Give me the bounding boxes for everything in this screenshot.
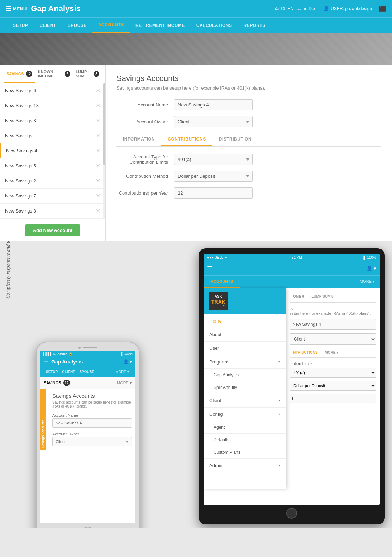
tablet-menu-gap-analysis[interactable]: Gap Analysis (204, 369, 286, 381)
tablet-peryear-input[interactable] (290, 394, 376, 403)
phone-tab-client[interactable]: CLIENT (60, 367, 77, 377)
tablet-menu-about[interactable]: About (204, 328, 286, 342)
tablet-type-select[interactable]: 401(a) (290, 368, 376, 378)
main-content: SAVINGS 12 KNOWN INCOME 6 LUMP SUM 8 New… (0, 65, 392, 241)
tablet-menu-custom-plans[interactable]: Custom Plans (204, 446, 286, 459)
phone-tab-more[interactable]: MORE ▾ (113, 367, 132, 377)
account-list-item[interactable]: New Savings 6✕ (0, 83, 105, 98)
tablet-user-icon[interactable]: 👤 ▾ (367, 266, 376, 271)
tab-savings[interactable]: SAVINGS 12 (4, 65, 35, 83)
tablet-method-select[interactable]: Dollar per Deposit (290, 381, 376, 391)
phone-account-name-group: Account Name (52, 412, 132, 430)
tab-information[interactable]: INFORMATION (116, 133, 161, 146)
programs-chevron: ▾ (278, 360, 280, 364)
contribution-method-select[interactable]: Dollar per Deposit Percent of Salary Ann… (174, 171, 253, 182)
phone-more-label[interactable]: MORE ▾ (117, 381, 132, 385)
nav-setup[interactable]: SETUP (7, 18, 34, 33)
tablet-content-setup: setup here (for example IRAs or 401(k) p… (290, 311, 376, 315)
tablet-inner-lumpsum[interactable]: LUMP SUM 8 (308, 292, 337, 302)
nav-calculations[interactable]: CALCULATIONS (191, 18, 238, 33)
tab-known-income[interactable]: KNOWN INCOME 6 (35, 65, 73, 83)
top-bar: MENU Gap Analysis 🗂 CLIENT: Jane Doe 👤 U… (0, 0, 392, 17)
phone-tabs-bar: SETUP CLIENT SPOUSE MORE ▾ (40, 367, 135, 377)
remove-account-icon[interactable]: ✕ (96, 192, 100, 199)
handwritten-text: Completely responsive and touch optimize… (5, 241, 11, 299)
nav-client[interactable]: CLIENT (34, 18, 62, 33)
tablet-menu-agent[interactable]: Agent (204, 421, 286, 434)
phone-savings-badge: SAVINGS 12 (44, 380, 70, 386)
tablet-account-owner-select[interactable]: Client (290, 333, 376, 345)
account-list-item[interactable]: New Savings 5✕ (0, 158, 105, 173)
tablet-menu-admin[interactable]: Admin › (204, 459, 286, 472)
tablet-menu-split-annuity[interactable]: Split Annuity (204, 381, 286, 394)
tablet-menu-user[interactable]: User (204, 342, 286, 355)
right-panel: Savings Accounts Savings accounts can be… (106, 65, 392, 241)
logout-icon[interactable]: ⬛ (379, 5, 386, 12)
account-list-item[interactable]: New Savings 2✕ (0, 173, 105, 189)
account-list-item[interactable]: New Savings 8✕ (0, 204, 105, 219)
account-type-select[interactable]: 401(a) 401(k) 403(b) IRA Roth IRA (174, 154, 253, 165)
remove-account-icon[interactable]: ✕ (96, 208, 100, 214)
phone-tab-spouse[interactable]: SPOUSE (77, 367, 96, 377)
phone-user-icon[interactable]: 👤 ▾ (123, 359, 132, 364)
tab-distribution[interactable]: DISTRIBUTION (212, 133, 258, 146)
tablet-menu-config[interactable]: Config ▾ (204, 408, 286, 421)
tablet-menu-icon[interactable]: ☰ (207, 265, 212, 272)
phone-home-button[interactable] (81, 527, 94, 528)
phone-account-name-input[interactable] (52, 418, 132, 428)
account-list-item[interactable]: New Savings✕ (0, 128, 105, 143)
tablet-menu-programs[interactable]: Programs ▾ (204, 355, 286, 369)
account-name: New Savings 2 (5, 178, 36, 184)
nav-bar: SETUP CLIENT SPOUSE ACCOUNTS RETIREMENT … (0, 17, 392, 33)
tablet-contributions-tab[interactable]: NTRIBUTIONS (290, 348, 321, 357)
remove-account-icon[interactable]: ✕ (96, 102, 100, 109)
account-list-item[interactable]: New Savings 18✕ (0, 98, 105, 113)
tablet-home-button[interactable] (286, 508, 297, 519)
nav-reports[interactable]: REPORTS (238, 18, 272, 33)
tab-contributions[interactable]: CONTRIBUTIONS (161, 133, 212, 146)
menu-button[interactable]: MENU (6, 6, 27, 11)
remove-account-icon[interactable]: ✕ (96, 147, 100, 154)
scroll-indicator[interactable] (103, 83, 105, 219)
account-list-item[interactable]: New Savings 9✕ (0, 219, 105, 219)
remove-account-icon[interactable]: ✕ (96, 162, 100, 169)
nav-spouse[interactable]: SPOUSE (62, 18, 92, 33)
add-new-account-button[interactable]: Add New Account (25, 224, 81, 236)
tablet-tab-more[interactable]: MORE ▾ (355, 276, 380, 288)
tablet-ibution-label: ibution Limits (290, 361, 376, 366)
nav-accounts[interactable]: ACCOUNTS (92, 18, 130, 33)
remove-account-icon[interactable]: ✕ (96, 87, 100, 94)
account-list-item[interactable]: New Savings 4✕ (0, 143, 105, 158)
account-name-input[interactable] (174, 99, 253, 110)
account-type-label: Account Type for Contribution Limits (116, 154, 174, 165)
account-owner-label: Account Owner (116, 119, 174, 124)
tablet-menu-client[interactable]: Client › (204, 394, 286, 408)
tablet-more-tab[interactable]: MORE ▾ (321, 348, 342, 357)
tablet-account-name-input[interactable] (290, 319, 376, 330)
tablet-menu-overlay: ASK TRAK ™ Home About User Programs ▾ (204, 288, 286, 489)
remove-account-icon[interactable]: ✕ (96, 117, 100, 124)
devices-section: Completely responsive and touch optimize… (0, 241, 392, 528)
account-list-item[interactable]: New Savings 3✕ (0, 113, 105, 128)
app-title: Gap Analysis (31, 4, 81, 13)
nav-retirement-income[interactable]: RETIREMENT INCOME (130, 18, 191, 33)
tablet-menu-home[interactable]: Home (204, 314, 286, 328)
account-list-container: New Savings 6✕New Savings 18✕New Savings… (0, 83, 105, 219)
phone-tab-setup[interactable]: SETUP (44, 367, 60, 377)
tablet-tab-accounts[interactable]: ACCOUNTS (204, 276, 240, 288)
remove-account-icon[interactable]: ✕ (96, 177, 100, 184)
logo-tm: ™ (223, 305, 225, 308)
tab-lump-sum[interactable]: LUMP SUM 8 (73, 65, 102, 83)
phone-account-owner-select[interactable]: Client (52, 437, 132, 446)
tablet-account-owner-field: Client (290, 333, 376, 345)
phone-savings-label: SAVINGS (44, 381, 61, 385)
client-arrow: › (279, 398, 280, 403)
remove-account-icon[interactable]: ✕ (96, 132, 100, 139)
account-list-item[interactable]: New Savings 7✕ (0, 189, 105, 204)
phone-account-name-label: Account Name (52, 413, 78, 418)
phone-menu-icon[interactable]: ☰ (44, 359, 48, 365)
contributions-per-year-input[interactable] (174, 187, 253, 199)
account-owner-select[interactable]: Client Spouse Joint (174, 116, 253, 127)
tablet-inner-ome[interactable]: OME 6 (290, 292, 308, 302)
tablet-menu-defaults[interactable]: Defaults (204, 434, 286, 446)
